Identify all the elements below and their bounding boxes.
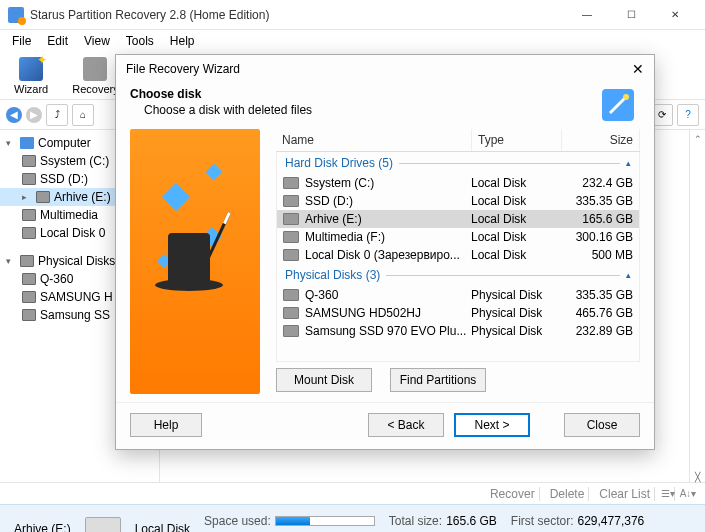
view-list-icon[interactable]: ☰▾: [661, 487, 675, 501]
disk-size: 500 MB: [561, 248, 633, 262]
close-button[interactable]: ✕: [653, 0, 697, 30]
chevron-up-icon[interactable]: ▴: [626, 158, 631, 168]
mount-disk-button[interactable]: Mount Disk: [276, 368, 372, 392]
disk-type: Local Disk: [471, 212, 561, 226]
disk-type: Physical Disk: [471, 288, 561, 302]
group-phys-label: Physical Disks (3): [285, 268, 380, 282]
nav-up-button[interactable]: ⤴: [46, 104, 68, 126]
group-phys[interactable]: Physical Disks (3)▴: [277, 264, 639, 286]
delete-action[interactable]: Delete: [546, 487, 590, 501]
dialog-footer: Help < Back Next > Close: [116, 402, 654, 449]
disk-name: Multimedia (F:): [305, 230, 471, 244]
info-button[interactable]: ?: [677, 104, 699, 126]
maximize-button[interactable]: ☐: [609, 0, 653, 30]
disk-row[interactable]: Q-360Physical Disk335.35 GB: [277, 286, 639, 304]
menu-help[interactable]: Help: [162, 32, 203, 50]
menu-tools[interactable]: Tools: [118, 32, 162, 50]
bottom-info-bar: Arhive (E:) Local Disk Space used: Space…: [0, 504, 705, 532]
disk-row[interactable]: Local Disk 0 (Зарезервиро...Local Disk50…: [277, 246, 639, 264]
disk-name: Q-360: [305, 288, 471, 302]
help-button[interactable]: Help: [130, 413, 202, 437]
disk-icon: [22, 209, 36, 221]
tree-label: SAMSUNG H: [40, 290, 113, 304]
recover-action[interactable]: Recover: [486, 487, 540, 501]
bottom-drive-name: Arhive (E:): [14, 522, 71, 533]
find-partitions-button[interactable]: Find Partitions: [390, 368, 486, 392]
disk-icon: [283, 177, 299, 189]
list-header: Name Type Size: [276, 129, 640, 152]
dialog-title: File Recovery Wizard: [126, 62, 240, 76]
disk-row[interactable]: Samsung SSD 970 EVO Plu...Physical Disk2…: [277, 322, 639, 340]
disk-icon: [22, 227, 36, 239]
disk-size: 165.6 GB: [561, 212, 633, 226]
recovery-icon: [83, 57, 107, 81]
disk-icon: [36, 191, 50, 203]
first-sector-label: First sector:: [511, 514, 574, 528]
disk-icon: [22, 155, 36, 167]
disk-name: Samsung SSD 970 EVO Plu...: [305, 324, 471, 338]
collapse-icon[interactable]: ▾: [6, 256, 16, 266]
space-used-bar: [275, 516, 375, 526]
disk-size: 335.35 GB: [561, 288, 633, 302]
disk-row[interactable]: Arhive (E:)Local Disk165.6 GB: [277, 210, 639, 228]
menubar: File Edit View Tools Help: [0, 30, 705, 52]
menu-view[interactable]: View: [76, 32, 118, 50]
next-button[interactable]: Next >: [454, 413, 530, 437]
disk-row[interactable]: Multimedia (F:)Local Disk300.16 GB: [277, 228, 639, 246]
group-hdd-label: Hard Disk Drives (5): [285, 156, 393, 170]
group-hdd[interactable]: Hard Disk Drives (5)▴: [277, 152, 639, 174]
disk-type: Local Disk: [471, 176, 561, 190]
disk-size: 300.16 GB: [561, 230, 633, 244]
disk-icon: [22, 291, 36, 303]
col-name[interactable]: Name: [276, 129, 472, 151]
nav-forward-button[interactable]: ▶: [26, 107, 42, 123]
sort-icon[interactable]: A↓▾: [681, 487, 695, 501]
chevron-up-icon[interactable]: ▴: [626, 270, 631, 280]
disk-row[interactable]: SAMSUNG HD502HJPhysical Disk465.76 GB: [277, 304, 639, 322]
dialog-body: Name Type Size Hard Disk Drives (5)▴ Ssy…: [116, 121, 654, 402]
disk-size: 232.89 GB: [561, 324, 633, 338]
tree-label: Ssystem (C:): [40, 154, 109, 168]
menu-edit[interactable]: Edit: [39, 32, 76, 50]
tree-label: Multimedia: [40, 208, 98, 222]
disk-icon: [283, 195, 299, 207]
disk-row[interactable]: Ssystem (C:)Local Disk232.4 GB: [277, 174, 639, 192]
disk-icon: [22, 309, 36, 321]
tree-label: Samsung SS: [40, 308, 110, 322]
col-type[interactable]: Type: [472, 129, 562, 151]
close-button[interactable]: Close: [564, 413, 640, 437]
recovery-label: Recovery: [72, 83, 118, 95]
window-title: Starus Partition Recovery 2.8 (Home Edit…: [30, 8, 565, 22]
disk-name: Ssystem (C:): [305, 176, 471, 190]
disk-name: SSD (D:): [305, 194, 471, 208]
collapse-icon[interactable]: ▾: [6, 138, 16, 148]
disk-size: 335.35 GB: [561, 194, 633, 208]
space-used-label: Space used:: [204, 514, 271, 528]
app-icon: [8, 7, 24, 23]
disk-icon: [283, 231, 299, 243]
col-size[interactable]: Size: [562, 129, 640, 151]
total-size-label: Total size:: [389, 514, 442, 528]
expand-icon[interactable]: ▸: [22, 192, 32, 202]
scrollbar[interactable]: ⌃╳: [689, 130, 705, 482]
wizard-button[interactable]: Wizard: [8, 55, 54, 97]
list-body[interactable]: Hard Disk Drives (5)▴ Ssystem (C:)Local …: [276, 152, 640, 362]
back-button[interactable]: < Back: [368, 413, 444, 437]
clear-list-action[interactable]: Clear List: [595, 487, 655, 501]
status-actions: Recover Delete Clear List ☰▾ A↓▾: [0, 482, 705, 504]
disk-name: Local Disk 0 (Зарезервиро...: [305, 248, 471, 262]
wizard-label: Wizard: [14, 83, 48, 95]
dialog-header: Choose disk Choose a disk with deleted f…: [116, 83, 654, 121]
nav-home-button[interactable]: ⌂: [72, 104, 94, 126]
dialog-subheading: Choose a disk with deleted files: [130, 101, 640, 117]
disk-type: Local Disk: [471, 248, 561, 262]
disk-size: 465.76 GB: [561, 306, 633, 320]
nav-back-button[interactable]: ◀: [6, 107, 22, 123]
disk-type: Local Disk: [471, 194, 561, 208]
dialog-close-button[interactable]: ✕: [632, 61, 644, 77]
menu-file[interactable]: File: [4, 32, 39, 50]
minimize-button[interactable]: ―: [565, 0, 609, 30]
disk-row[interactable]: SSD (D:)Local Disk335.35 GB: [277, 192, 639, 210]
dialog-heading: Choose disk: [130, 87, 640, 101]
disk-icon: [22, 273, 36, 285]
